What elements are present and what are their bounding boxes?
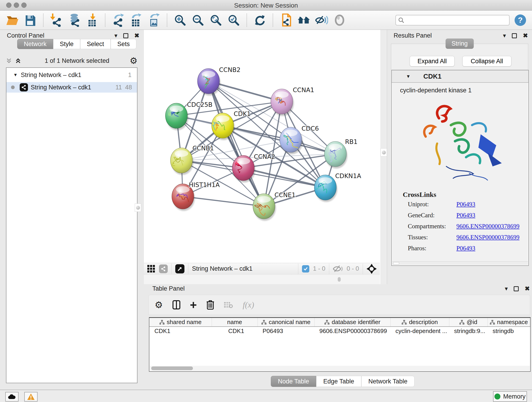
tab-network-table[interactable]: Network Table: [361, 376, 415, 387]
expand-all-button[interactable]: Expand All: [410, 56, 455, 66]
table-row[interactable]: CDK1 CDK1 P06493 9606.ENSP00000378699 cy…: [149, 327, 530, 335]
control-panel-collapse-icon[interactable]: ▾: [114, 32, 117, 39]
splitter-grip-icon[interactable]: [338, 277, 341, 282]
collapse-all-button[interactable]: Collapse All: [462, 56, 511, 66]
canvas-table-splitter[interactable]: [144, 274, 380, 284]
column-header[interactable]: shared name: [149, 318, 212, 327]
show-columns-icon[interactable]: [172, 300, 180, 309]
network-node-cdk1[interactable]: CDK1: [212, 110, 251, 140]
tab-node-table[interactable]: Node Table: [271, 376, 316, 387]
open-session-icon[interactable]: [6, 13, 19, 27]
save-session-icon[interactable]: [24, 13, 37, 27]
table-cell[interactable]: CDK1: [212, 327, 258, 335]
network-node-cdc6[interactable]: CDC6: [280, 125, 319, 154]
control-panel-float-icon[interactable]: [123, 33, 128, 38]
search-input[interactable]: [406, 16, 507, 24]
table-cell[interactable]: stringdb: [488, 327, 530, 335]
results-panel-close-icon[interactable]: ✖: [523, 32, 528, 39]
home-icon[interactable]: [298, 13, 310, 27]
right-splitter-handle[interactable]: [380, 148, 387, 157]
export-table-icon[interactable]: [130, 13, 143, 27]
column-header[interactable]: description: [390, 318, 449, 327]
zoom-out-icon[interactable]: [191, 13, 204, 27]
hidden-eye-slash-icon[interactable]: [333, 265, 343, 273]
column-header[interactable]: namespace: [488, 318, 530, 327]
network-node-ccnb1[interactable]: CCNB1: [171, 145, 214, 175]
table-cell[interactable]: P06493: [258, 327, 314, 335]
import-database-icon[interactable]: [68, 13, 81, 27]
table-cell[interactable]: 9606.ENSP00000378699: [314, 327, 390, 335]
network-node-hist1h1a[interactable]: HIST1H1A: [172, 181, 220, 211]
network-options-gear-icon[interactable]: ⚙: [130, 56, 138, 66]
tab-style[interactable]: Style: [53, 39, 80, 49]
network-row[interactable]: String Network – cdk1 11 48: [6, 82, 137, 93]
birdseye-view-icon[interactable]: [367, 264, 377, 274]
import-table-icon[interactable]: [86, 13, 99, 27]
canvas-results-splitter[interactable]: [380, 30, 387, 284]
tab-string[interactable]: String: [446, 38, 474, 49]
crosslink-link[interactable]: P06493: [456, 245, 475, 252]
eye-icon[interactable]: [333, 13, 346, 27]
zoom-selected-icon[interactable]: [227, 13, 240, 27]
column-header[interactable]: @id: [449, 318, 488, 327]
add-column-icon[interactable]: +: [190, 300, 197, 309]
hide-glasses-icon[interactable]: [315, 13, 328, 27]
collection-expander-icon[interactable]: ▼: [13, 72, 18, 77]
table-scrollbar[interactable]: [150, 366, 530, 371]
table-cell[interactable]: stringdb:9...: [449, 327, 488, 335]
delete-column-icon[interactable]: [206, 300, 214, 310]
column-header[interactable]: database identifier: [314, 318, 390, 327]
results-scrollbar-thumb[interactable]: [393, 262, 399, 264]
cloud-status-button[interactable]: [5, 392, 19, 402]
network-node-rb1[interactable]: RB1: [324, 138, 357, 168]
warning-status-button[interactable]: [24, 392, 38, 402]
left-splitter-handle[interactable]: [135, 204, 141, 212]
table-cell[interactable]: cyclin-dependent ...: [390, 327, 449, 335]
export-network-icon[interactable]: [112, 13, 125, 27]
network-node-cdkn1a[interactable]: CDKN1A: [314, 172, 361, 202]
share-network-icon[interactable]: [159, 264, 168, 273]
table-settings-gear-icon[interactable]: ⚙: [155, 300, 163, 310]
help-icon[interactable]: ?: [515, 14, 526, 26]
table-scrollbar-thumb[interactable]: [151, 366, 193, 370]
memory-button[interactable]: Memory: [493, 391, 527, 402]
tab-sets[interactable]: Sets: [111, 39, 136, 49]
gene-section-header[interactable]: ▼ CDK1: [392, 70, 528, 83]
crosslink-link[interactable]: 9606.ENSP00000378699: [456, 234, 519, 241]
crosslink-link[interactable]: 9606.ENSP00000378699: [456, 223, 519, 230]
results-panel-collapse-icon[interactable]: ▾: [503, 32, 506, 39]
network-canvas[interactable]: CCNB2CCNA1CDC25BCDK1CDC6RB1CCNB1CCNA2CDK…: [144, 30, 380, 263]
zoom-fit-icon[interactable]: [209, 13, 222, 27]
selected-checkbox-icon[interactable]: [302, 265, 309, 273]
table-cell[interactable]: CDK1: [149, 327, 212, 335]
network-edge[interactable]: [183, 196, 264, 206]
section-expander-icon[interactable]: ▼: [406, 74, 411, 79]
control-panel: Control Panel ▾ ✖ Network Style Select S…: [0, 30, 144, 390]
refresh-icon[interactable]: [253, 13, 266, 27]
tab-network[interactable]: Network: [17, 39, 53, 49]
zoom-in-icon[interactable]: [174, 13, 186, 27]
string-import-icon[interactable]: [279, 13, 292, 27]
column-header[interactable]: canonical name: [258, 318, 314, 327]
crosslink-link[interactable]: P06493: [456, 201, 475, 208]
collapse-all-networks-icon[interactable]: [6, 58, 12, 64]
expand-all-networks-icon[interactable]: [15, 58, 21, 64]
tab-select[interactable]: Select: [80, 39, 111, 49]
search-box[interactable]: [395, 15, 510, 26]
column-header[interactable]: name: [212, 318, 258, 327]
grid-view-icon[interactable]: [147, 265, 155, 273]
export-image-icon[interactable]: [147, 13, 160, 27]
network-collection-row[interactable]: ▼ String Network – cdk1 1: [6, 70, 137, 80]
results-panel-float-icon[interactable]: [512, 33, 517, 38]
network-status-dot: [11, 85, 15, 89]
results-scrollbar[interactable]: [392, 261, 528, 265]
tab-edge-table[interactable]: Edge Table: [316, 376, 361, 387]
network-node-ccne1[interactable]: CCNE1: [253, 191, 296, 221]
table-panel-float-icon[interactable]: [514, 286, 519, 291]
import-network-icon[interactable]: [50, 13, 63, 27]
control-panel-close-icon[interactable]: ✖: [134, 32, 139, 39]
crosslink-link[interactable]: P06493: [456, 212, 475, 219]
open-in-new-window-icon[interactable]: [175, 264, 184, 274]
table-panel-close-icon[interactable]: ✖: [525, 285, 530, 292]
table-panel-collapse-icon[interactable]: ▾: [505, 285, 508, 292]
